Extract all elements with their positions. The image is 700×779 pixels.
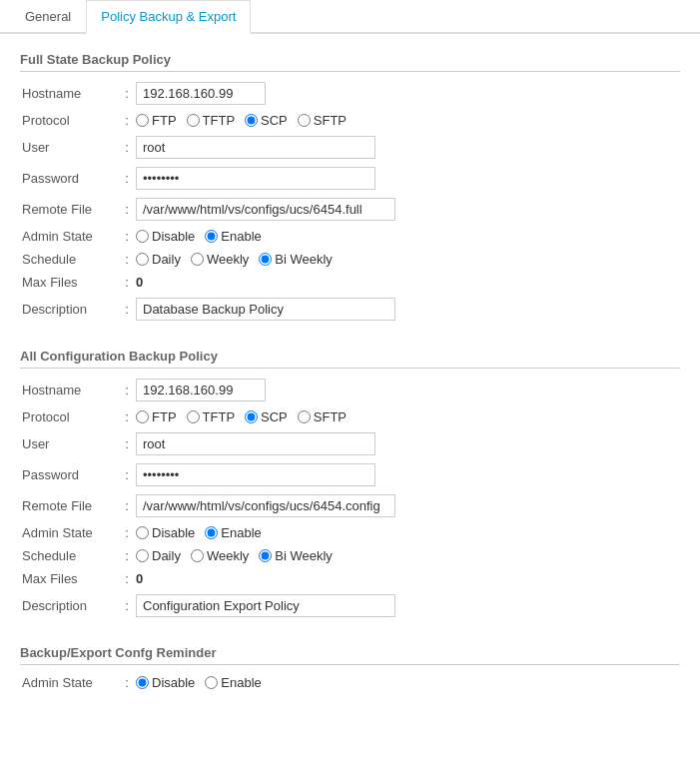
- password-input[interactable]: [136, 167, 375, 190]
- table-row: Schedule : Daily Weekly Bi Weekly: [20, 248, 680, 271]
- admin-state-enable[interactable]: Enable: [205, 229, 261, 244]
- table-row: Description :: [20, 590, 680, 621]
- description-input[interactable]: [136, 298, 395, 321]
- full-state-backup-form: Hostname : Protocol : FTP TFTP SCP SFTP …: [20, 78, 680, 325]
- hostname-label: Hostname: [20, 375, 120, 405]
- protocol-sftp[interactable]: SFTP: [298, 113, 347, 128]
- admin-state-disable-2[interactable]: Disable: [136, 525, 195, 540]
- protocol-scp-2[interactable]: SCP: [245, 409, 288, 424]
- backup-export-reminder-title: Backup/Export Confg Reminder: [20, 645, 680, 665]
- user-label: User: [20, 428, 120, 459]
- table-row: Remote File :: [20, 490, 680, 521]
- table-row: Protocol : FTP TFTP SCP SFTP: [20, 405, 680, 428]
- table-row: Admin State : Disable Enable: [20, 521, 680, 544]
- backup-export-reminder-section: Backup/Export Confg Reminder Admin State…: [0, 645, 700, 710]
- protocol-label: Protocol: [20, 405, 120, 428]
- description-label: Description: [20, 294, 120, 325]
- max-files-value-2: 0: [136, 571, 143, 586]
- max-files-label: Max Files: [20, 567, 120, 590]
- schedule-daily[interactable]: Daily: [136, 252, 181, 267]
- protocol-tftp[interactable]: TFTP: [187, 113, 236, 128]
- table-row: User :: [20, 428, 680, 459]
- max-files-label: Max Files: [20, 271, 120, 294]
- schedule-biweekly-2[interactable]: Bi Weekly: [259, 548, 333, 563]
- protocol-radio-group: FTP TFTP SCP SFTP: [136, 113, 678, 128]
- password-label: Password: [20, 459, 120, 490]
- all-config-backup-form: Hostname : Protocol : FTP TFTP SCP SFTP …: [20, 375, 680, 621]
- table-row: Max Files : 0: [20, 567, 680, 590]
- protocol-label: Protocol: [20, 109, 120, 132]
- tab-general[interactable]: General: [10, 0, 86, 34]
- full-state-backup-section: Full State Backup Policy Hostname : Prot…: [0, 52, 700, 341]
- description-label: Description: [20, 590, 120, 621]
- protocol-tftp-2[interactable]: TFTP: [187, 409, 236, 424]
- table-row: Password :: [20, 163, 680, 194]
- schedule-label: Schedule: [20, 248, 120, 271]
- admin-state-label: Admin State: [20, 225, 120, 248]
- description-input-2[interactable]: [136, 594, 395, 617]
- admin-state-disable[interactable]: Disable: [136, 229, 195, 244]
- protocol-radio-group-2: FTP TFTP SCP SFTP: [136, 409, 678, 424]
- table-row: Hostname :: [20, 375, 680, 405]
- user-input[interactable]: [136, 136, 375, 159]
- admin-state-radio-group-2: Disable Enable: [136, 525, 678, 540]
- schedule-label: Schedule: [20, 544, 120, 567]
- table-row: Admin State : Disable Enable: [20, 671, 680, 694]
- table-row: Password :: [20, 459, 680, 490]
- protocol-ftp-2[interactable]: FTP: [136, 409, 177, 424]
- remote-file-input-2[interactable]: [136, 494, 395, 517]
- password-label: Password: [20, 163, 120, 194]
- hostname-input[interactable]: [136, 82, 266, 105]
- hostname-input-2[interactable]: [136, 379, 266, 401]
- password-input-2[interactable]: [136, 463, 375, 486]
- full-state-backup-title: Full State Backup Policy: [20, 52, 680, 72]
- reminder-admin-state-disable[interactable]: Disable: [136, 675, 195, 690]
- table-row: Description :: [20, 294, 680, 325]
- table-row: Hostname :: [20, 78, 680, 109]
- table-row: Protocol : FTP TFTP SCP SFTP: [20, 109, 680, 132]
- table-row: Remote File :: [20, 194, 680, 225]
- reminder-admin-state-enable[interactable]: Enable: [205, 675, 261, 690]
- admin-state-enable-2[interactable]: Enable: [205, 525, 261, 540]
- tab-policy-backup-export[interactable]: Policy Backup & Export: [86, 0, 251, 34]
- schedule-weekly[interactable]: Weekly: [191, 252, 249, 267]
- reminder-admin-state-radio-group: Disable Enable: [136, 675, 678, 690]
- admin-state-label: Admin State: [20, 671, 120, 694]
- schedule-radio-group-2: Daily Weekly Bi Weekly: [136, 548, 678, 563]
- remote-file-label: Remote File: [20, 490, 120, 521]
- table-row: Schedule : Daily Weekly Bi Weekly: [20, 544, 680, 567]
- admin-state-radio-group: Disable Enable: [136, 229, 678, 244]
- user-input-2[interactable]: [136, 432, 375, 455]
- max-files-value: 0: [136, 275, 143, 290]
- tab-bar: General Policy Backup & Export: [0, 0, 700, 34]
- user-label: User: [20, 132, 120, 163]
- table-row: User :: [20, 132, 680, 163]
- table-row: Admin State : Disable Enable: [20, 225, 680, 248]
- schedule-daily-2[interactable]: Daily: [136, 548, 181, 563]
- schedule-weekly-2[interactable]: Weekly: [191, 548, 249, 563]
- all-config-backup-section: All Configuration Backup Policy Hostname…: [0, 349, 700, 637]
- schedule-biweekly[interactable]: Bi Weekly: [259, 252, 333, 267]
- backup-export-reminder-form: Admin State : Disable Enable: [20, 671, 680, 694]
- hostname-label: Hostname: [20, 78, 120, 109]
- schedule-radio-group: Daily Weekly Bi Weekly: [136, 252, 678, 267]
- admin-state-label: Admin State: [20, 521, 120, 544]
- protocol-ftp[interactable]: FTP: [136, 113, 177, 128]
- protocol-scp[interactable]: SCP: [245, 113, 288, 128]
- remote-file-input[interactable]: [136, 198, 395, 221]
- protocol-sftp-2[interactable]: SFTP: [298, 409, 347, 424]
- remote-file-label: Remote File: [20, 194, 120, 225]
- all-config-backup-title: All Configuration Backup Policy: [20, 349, 680, 369]
- table-row: Max Files : 0: [20, 271, 680, 294]
